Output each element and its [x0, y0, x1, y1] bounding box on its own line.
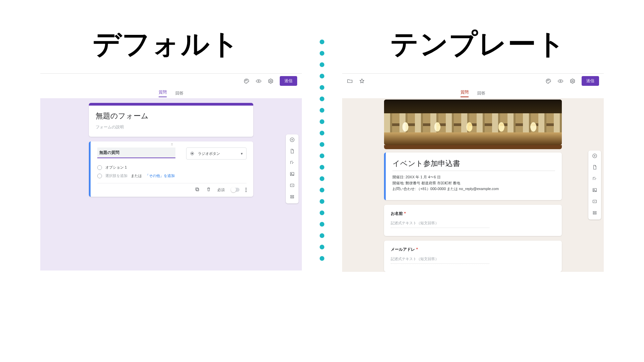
- add-option-row[interactable]: 選択肢を追加 または 「その他」を追加: [97, 173, 247, 178]
- svg-rect-8: [196, 188, 198, 190]
- canvas-template: イベント参加申込書 開催日: 20XX 年 1 月 4〜6 日 開催地: 郵便番…: [342, 98, 604, 272]
- add-video-icon[interactable]: [592, 199, 597, 205]
- option-row-1[interactable]: オプション 1: [97, 165, 247, 170]
- tab-responses[interactable]: 回答: [175, 90, 183, 96]
- svg-point-18: [560, 80, 561, 82]
- send-button[interactable]: 送信: [582, 76, 599, 86]
- or-label: または: [131, 173, 142, 178]
- tab-questions[interactable]: 質問: [461, 89, 469, 97]
- drag-handle-icon[interactable]: ⠿: [171, 143, 173, 146]
- radio-empty-icon: [97, 165, 102, 170]
- add-title-icon[interactable]: [289, 160, 295, 167]
- question-card-name[interactable]: お名前* 記述式テキスト（短文回答）: [384, 205, 562, 236]
- form-title[interactable]: 無題のフォーム: [96, 111, 247, 121]
- topbar-template: 送信: [342, 73, 604, 88]
- preview-icon[interactable]: [256, 78, 262, 84]
- radio-empty-icon: [97, 174, 102, 178]
- panel-default-form: 送信 質問 回答 無題のフォーム フォームの説明 ⠿: [40, 73, 302, 272]
- form-description[interactable]: 開催日: 20XX 年 1 月 4〜6 日 開催地: 郵便番号 都道府県 市区町…: [392, 174, 555, 192]
- required-toggle[interactable]: [231, 188, 239, 192]
- svg-point-19: [572, 80, 574, 82]
- palette-icon[interactable]: [545, 78, 551, 84]
- option-1-label[interactable]: オプション 1: [105, 165, 127, 170]
- svg-point-15: [547, 80, 548, 81]
- import-questions-icon[interactable]: [289, 148, 295, 155]
- question-footer: 必須: [97, 183, 247, 193]
- add-video-icon[interactable]: [289, 183, 295, 189]
- svg-point-2: [247, 80, 248, 80]
- add-image-icon[interactable]: [592, 187, 597, 194]
- required-asterisk: *: [404, 211, 406, 216]
- add-image-icon[interactable]: [289, 171, 295, 178]
- separator-dots: [320, 40, 324, 261]
- heading-template: テンプレート: [352, 25, 604, 63]
- folder-icon[interactable]: [347, 78, 353, 84]
- duplicate-icon[interactable]: [195, 187, 200, 193]
- svg-point-3: [258, 80, 259, 82]
- settings-icon[interactable]: [570, 78, 576, 84]
- panel-template-form: 送信 質問 回答 イベント参加申込書 開催日: 20XX 年 1 月 4〜6 日…: [342, 73, 604, 272]
- tab-questions[interactable]: 質問: [159, 89, 167, 97]
- question-card-email[interactable]: メールアドレ* 記述式テキスト（短文回答）: [384, 241, 562, 272]
- radio-icon: [190, 151, 195, 156]
- question-title-input[interactable]: [97, 147, 175, 158]
- required-asterisk: *: [416, 247, 418, 252]
- side-toolbar: [588, 150, 601, 220]
- answer-placeholder[interactable]: 記述式テキスト（短文回答）: [391, 256, 489, 264]
- tabs-default: 質問 回答: [40, 88, 302, 98]
- more-icon[interactable]: [246, 188, 247, 192]
- add-other-link[interactable]: 「その他」を追加: [145, 173, 175, 178]
- question-label: お名前: [391, 211, 403, 216]
- preview-icon[interactable]: [557, 78, 564, 84]
- svg-rect-7: [196, 188, 199, 191]
- delete-icon[interactable]: [206, 187, 211, 193]
- svg-point-0: [245, 80, 246, 81]
- svg-rect-25: [593, 213, 596, 214]
- form-title[interactable]: イベント参加申込書: [392, 159, 555, 171]
- svg-point-17: [549, 80, 549, 80]
- svg-point-4: [270, 80, 272, 82]
- heading-default: デフォルト: [40, 25, 292, 63]
- svg-point-6: [192, 153, 193, 155]
- svg-point-22: [594, 189, 594, 190]
- import-questions-icon[interactable]: [592, 165, 597, 171]
- send-button[interactable]: 送信: [280, 76, 297, 86]
- settings-icon[interactable]: [268, 78, 274, 84]
- svg-point-1: [246, 79, 247, 80]
- add-title-icon[interactable]: [592, 176, 597, 183]
- question-type-label: ラジオボタン: [198, 151, 220, 156]
- question-type-dropdown[interactable]: ラジオボタン ▾: [186, 147, 247, 160]
- svg-rect-14: [290, 197, 293, 198]
- form-description-placeholder[interactable]: フォームの説明: [96, 124, 247, 130]
- svg-point-11: [291, 173, 292, 174]
- chevron-down-icon: ▾: [241, 152, 243, 156]
- svg-point-16: [548, 79, 548, 80]
- canvas-default: 無題のフォーム フォームの説明 ⠿ ラジオボタン ▾: [40, 98, 302, 270]
- add-question-icon[interactable]: [289, 137, 295, 144]
- header-accent-bar: [384, 145, 562, 149]
- required-label: 必須: [217, 187, 225, 192]
- add-section-icon[interactable]: [289, 194, 295, 201]
- add-section-icon[interactable]: [592, 210, 597, 217]
- answer-placeholder[interactable]: 記述式テキスト（短文回答）: [391, 220, 489, 228]
- star-icon[interactable]: [359, 78, 365, 84]
- form-header-card[interactable]: イベント参加申込書 開催日: 20XX 年 1 月 4〜6 日 開催地: 郵便番…: [384, 153, 562, 200]
- add-option-label[interactable]: 選択肢を追加: [105, 173, 127, 178]
- topbar-default: 送信: [40, 73, 302, 88]
- tab-responses[interactable]: 回答: [477, 90, 485, 96]
- side-toolbar: [286, 134, 299, 203]
- svg-rect-24: [593, 212, 596, 213]
- add-question-icon[interactable]: [592, 153, 597, 160]
- question-card[interactable]: ⠿ ラジオボタン ▾ オプション 1: [89, 141, 253, 197]
- header-image[interactable]: [384, 100, 562, 145]
- question-label: メールアドレ: [391, 247, 415, 252]
- tabs-template: 質問 回答: [342, 88, 604, 98]
- svg-rect-13: [290, 195, 293, 196]
- form-header-card[interactable]: 無題のフォーム フォームの説明: [89, 103, 253, 137]
- palette-icon[interactable]: [244, 78, 250, 84]
